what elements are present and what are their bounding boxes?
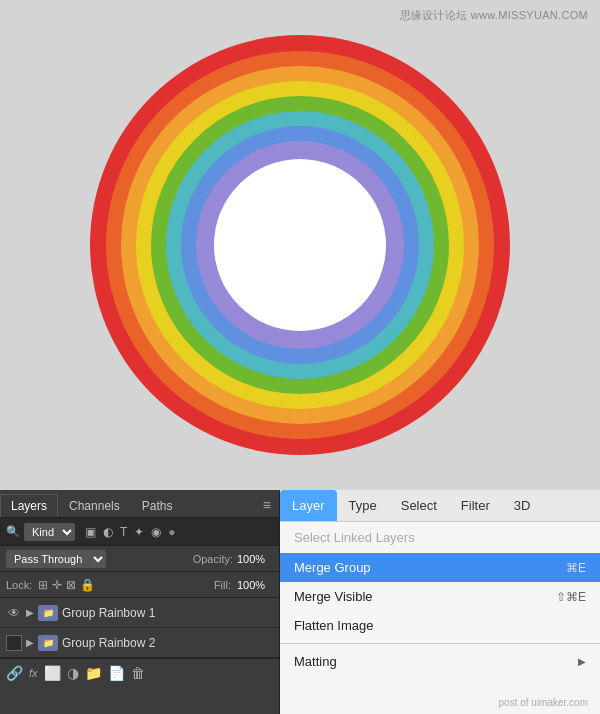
lock-all-icon[interactable]: 🔒: [80, 578, 95, 592]
fill-value: 100%: [237, 579, 273, 591]
menu-panel: Layer Type Select Filter 3D Select Linke…: [280, 490, 600, 714]
fx-icon[interactable]: fx: [29, 667, 38, 679]
layer-visibility-1[interactable]: 👁: [6, 605, 22, 621]
tab-layers[interactable]: Layers: [0, 494, 58, 517]
post-credit: post of uimaker.com: [499, 697, 588, 708]
layers-blending-row: Pass Through Opacity: 100%: [0, 546, 279, 572]
layers-tabs: Layers Channels Paths ≡: [0, 490, 279, 518]
menu-item-merge-visible[interactable]: Merge Visible ⇧⌘E: [280, 582, 600, 611]
canvas-area: 思缘设计论坛 www.MISSYUAN.COM: [0, 0, 600, 490]
menu-item-merge-group[interactable]: Merge Group ⌘E: [280, 553, 600, 582]
layer-expand-2[interactable]: ▶: [26, 637, 34, 648]
watermark: 思缘设计论坛 www.MISSYUAN.COM: [400, 8, 588, 23]
merge-visible-label: Merge Visible: [294, 589, 373, 604]
menu-item-flatten-image[interactable]: Flatten Image: [280, 611, 600, 640]
merge-group-shortcut: ⌘E: [566, 561, 586, 575]
shape-filter-icon[interactable]: ✦: [132, 524, 146, 540]
layers-panel: Layers Channels Paths ≡ 🔍 Kind ▣ ◐ T ✦ ◉…: [0, 490, 280, 714]
layer-folder-icon-1: 📁: [38, 605, 58, 621]
layer-name-1: Group Rainbow 1: [62, 606, 273, 620]
lock-icons-group: ⊞ ✛ ⊠ 🔒: [38, 578, 95, 592]
adjustments-icon[interactable]: ◑: [67, 665, 79, 681]
layers-lock-row: Lock: ⊞ ✛ ⊠ 🔒 Fill: 100%: [0, 572, 279, 598]
panel-options-icon[interactable]: ≡: [255, 493, 279, 517]
search-icon: 🔍: [6, 525, 20, 538]
menu-tab-filter[interactable]: Filter: [449, 490, 502, 521]
merge-visible-shortcut: ⇧⌘E: [556, 590, 586, 604]
filter-kind-select[interactable]: Kind: [24, 523, 75, 541]
matting-arrow-icon: ▶: [578, 656, 586, 667]
new-group-icon[interactable]: 📁: [85, 665, 102, 681]
add-mask-icon[interactable]: ⬜: [44, 665, 61, 681]
svg-point-8: [214, 159, 386, 331]
new-layer-icon[interactable]: 📄: [108, 665, 125, 681]
rainbow-graphic: [90, 35, 510, 455]
blend-mode-select[interactable]: Pass Through: [6, 550, 106, 568]
layer-visibility-2[interactable]: [6, 635, 22, 651]
menu-tabs: Layer Type Select Filter 3D: [280, 490, 600, 522]
bottom-ui-area: Layers Channels Paths ≡ 🔍 Kind ▣ ◐ T ✦ ◉…: [0, 490, 600, 714]
type-filter-icon[interactable]: T: [118, 524, 129, 540]
flatten-image-label: Flatten Image: [294, 618, 374, 633]
menu-tab-select[interactable]: Select: [389, 490, 449, 521]
tab-paths[interactable]: Paths: [131, 494, 184, 517]
opacity-label: Opacity:: [193, 553, 233, 565]
lock-label: Lock:: [6, 579, 32, 591]
layer-item-group1[interactable]: 👁 ▶ 📁 Group Rainbow 1: [0, 598, 279, 628]
lock-move-icon[interactable]: ✛: [52, 578, 62, 592]
merge-group-label: Merge Group: [294, 560, 371, 575]
layers-search-row: 🔍 Kind ▣ ◐ T ✦ ◉ ●: [0, 518, 279, 546]
layer-item-group2[interactable]: ▶ 📁 Group Rainbow 2: [0, 628, 279, 658]
matting-label: Matting: [294, 654, 337, 669]
opacity-value: 100%: [237, 553, 273, 565]
menu-tab-type[interactable]: Type: [337, 490, 389, 521]
menu-item-matting[interactable]: Matting ▶: [280, 647, 600, 676]
filter-icons-group: ▣ ◐ T ✦ ◉ ●: [83, 524, 178, 540]
menu-item-select-linked: Select Linked Layers: [280, 522, 600, 553]
link-layers-icon[interactable]: 🔗: [6, 665, 23, 681]
layer-folder-icon-2: 📁: [38, 635, 58, 651]
layer-name-2: Group Rainbow 2: [62, 636, 273, 650]
menu-divider: [280, 643, 600, 644]
fill-label: Fill:: [214, 579, 231, 591]
menu-tab-3d[interactable]: 3D: [502, 490, 543, 521]
layers-bottom-bar: 🔗 fx ⬜ ◑ 📁 📄 🗑: [0, 658, 279, 686]
pixel-filter-icon[interactable]: ▣: [83, 524, 98, 540]
lock-artboard-icon[interactable]: ⊠: [66, 578, 76, 592]
toggle-filter-icon[interactable]: ●: [166, 524, 177, 540]
layer-expand-1[interactable]: ▶: [26, 607, 34, 618]
adjustment-filter-icon[interactable]: ◐: [101, 524, 115, 540]
menu-tab-layer[interactable]: Layer: [280, 490, 337, 521]
tab-channels[interactable]: Channels: [58, 494, 131, 517]
delete-layer-icon[interactable]: 🗑: [131, 665, 145, 681]
lock-pixels-icon[interactable]: ⊞: [38, 578, 48, 592]
smart-filter-icon[interactable]: ◉: [149, 524, 163, 540]
